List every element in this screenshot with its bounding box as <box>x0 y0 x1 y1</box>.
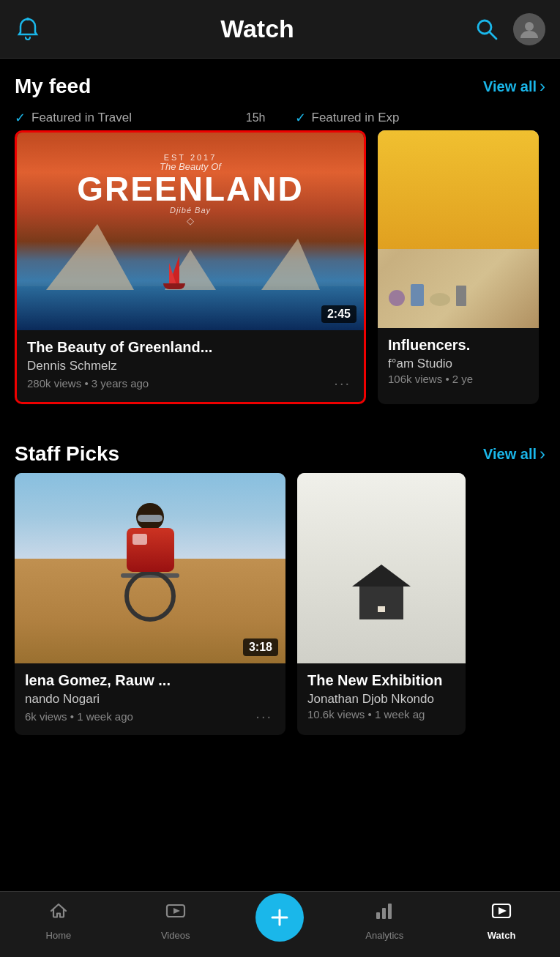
iceberg-left <box>46 224 134 290</box>
sailboat <box>163 283 185 289</box>
staff-author-1: nando Nogari <box>25 692 275 707</box>
nav-analytics-label: Analytics <box>365 930 403 941</box>
my-feed-view-all-button[interactable]: View all <box>483 76 545 97</box>
staff-video-info-1: lena Gomez, Rauw ... nando Nogari 6k vie… <box>15 663 285 735</box>
video-dot-1: • <box>84 377 91 390</box>
nav-watch[interactable]: Watch <box>465 895 538 947</box>
video-age-2: 2 ye <box>452 373 473 385</box>
main-content: My feed View all ✓ Featured in Travel 15… <box>0 59 560 823</box>
nav-videos[interactable]: Videos <box>139 895 212 947</box>
rider-wheel <box>124 570 176 622</box>
my-feed-title: My feed <box>15 75 91 98</box>
video-author-1: Dennis Schmelz <box>27 359 354 373</box>
staff-meta-row-2: 10.6k views • 1 week ag <box>307 708 455 720</box>
category-time-1: 15h <box>246 111 266 124</box>
video-meta-2: 106k views • 2 ye <box>388 373 473 385</box>
header-actions <box>474 13 545 45</box>
bottom-nav: Home Videos Analytics <box>0 891 560 957</box>
bottom-spacer <box>0 750 560 823</box>
staff-picks-view-all-button[interactable]: View all <box>483 444 545 464</box>
video-author-2: f°am Studio <box>388 357 529 371</box>
category-row-2: ✓ Featured in Exp <box>280 105 561 130</box>
staff-views-1: 6k views <box>25 710 67 723</box>
notifications-button[interactable] <box>15 16 41 42</box>
video-views-1: 280k views <box>27 377 81 390</box>
nav-watch-label: Watch <box>488 930 516 941</box>
rider-patch <box>132 534 147 545</box>
staff-title-1: lena Gomez, Rauw ... <box>25 672 275 689</box>
duration-badge-staff-1: 3:18 <box>243 638 278 656</box>
svg-rect-9 <box>382 908 386 919</box>
hull <box>163 283 185 289</box>
duration-badge-1: 2:45 <box>321 305 356 323</box>
staff-card-1[interactable]: 3:18 lena Gomez, Rauw ... nando Nogari 6… <box>15 473 285 735</box>
search-button[interactable] <box>474 16 500 42</box>
analytics-icon <box>374 901 395 926</box>
video-info-2: Influencers. f°am Studio 106k views • 2 … <box>378 328 539 395</box>
staff-picks-title: Staff Picks <box>15 442 119 466</box>
influencers-thumbnail <box>378 130 539 328</box>
item-3 <box>430 293 450 306</box>
staff-video-info-2: The New Exhibition Jonathan Djob Nkondo … <box>297 663 466 731</box>
bike-bg <box>15 473 285 663</box>
nav-home-label: Home <box>46 930 72 941</box>
item-4 <box>456 286 466 306</box>
staff-views-2: 10.6k views <box>307 708 365 720</box>
check-icon-1: ✓ <box>15 110 26 126</box>
item-1 <box>389 290 405 306</box>
bike-thumbnail: 3:18 <box>15 473 285 663</box>
page-title: Watch <box>220 15 294 43</box>
staff-meta-row-1: 6k views • 1 week ago ··· <box>25 708 275 725</box>
my-feed-card-2[interactable]: Influencers. f°am Studio 106k views • 2 … <box>378 130 539 404</box>
staff-title-2: The New Exhibition <box>307 672 455 689</box>
staff-meta-1: 6k views • 1 week ago <box>25 710 133 723</box>
home-icon <box>48 901 69 926</box>
video-meta-1: 280k views • 3 years ago <box>27 377 149 390</box>
svg-point-0 <box>26 18 29 21</box>
category-col-1: ✓ Featured in Travel 15h <box>0 105 280 130</box>
rider-jacket <box>127 528 174 572</box>
influencers-bg <box>378 130 539 328</box>
my-feed-scroll[interactable]: EST 2017 The Beauty Of GREENLAND Djibé B… <box>0 130 560 419</box>
category-row-1: ✓ Featured in Travel 15h <box>0 105 280 130</box>
staff-picks-header: Staff Picks View all <box>0 426 560 473</box>
staff-age-2: 1 week ag <box>375 708 425 720</box>
staff-author-2: Jonathan Djob Nkondo <box>307 692 455 707</box>
watch-icon <box>491 901 512 926</box>
staff-age-1: 1 week ago <box>77 710 133 723</box>
rider-glasses <box>138 515 163 522</box>
greenland-logo: EST 2017 The Beauty Of GREENLAND Djibé B… <box>77 153 303 227</box>
category-label-1: Featured in Travel <box>31 111 132 125</box>
staff-dot-1: • <box>70 710 77 723</box>
greenland-scene <box>17 235 364 330</box>
staff-card-2[interactable]: The New Exhibition Jonathan Djob Nkondo … <box>297 473 466 735</box>
house-window <box>378 606 385 612</box>
more-options-button-staff-1[interactable]: ··· <box>253 708 275 725</box>
svg-point-3 <box>525 22 534 31</box>
iceberg-right <box>261 239 320 290</box>
house-body <box>359 587 403 619</box>
influencers-items <box>389 284 535 306</box>
category-label-2: Featured in Exp <box>312 111 400 125</box>
sail-2 <box>169 263 176 285</box>
item-2 <box>411 284 424 306</box>
svg-rect-10 <box>388 904 392 919</box>
avatar[interactable] <box>513 13 545 45</box>
staff-dot-2: • <box>368 708 375 720</box>
check-icon-2: ✓ <box>295 110 306 126</box>
greenland-thumbnail: EST 2017 The Beauty Of GREENLAND Djibé B… <box>17 133 364 330</box>
my-feed-card-1[interactable]: EST 2017 The Beauty Of GREENLAND Djibé B… <box>15 130 366 404</box>
nav-analytics[interactable]: Analytics <box>348 895 421 947</box>
exhibition-bg <box>297 473 466 663</box>
fab-add-button[interactable] <box>255 893 304 942</box>
video-info-1: The Beauty of Greenland... Dennis Schmel… <box>17 330 364 402</box>
staff-picks-scroll[interactable]: 3:18 lena Gomez, Rauw ... nando Nogari 6… <box>0 473 560 750</box>
more-options-button-1[interactable]: ··· <box>331 375 354 392</box>
nav-home[interactable]: Home <box>22 895 95 947</box>
svg-marker-5 <box>173 908 180 914</box>
svg-line-2 <box>490 32 496 39</box>
nav-videos-label: Videos <box>161 930 190 941</box>
category-rows: ✓ Featured in Travel 15h ✓ Featured in E… <box>0 105 560 130</box>
staff-meta-2: 10.6k views • 1 week ag <box>307 708 425 720</box>
rider-figure <box>121 503 179 622</box>
